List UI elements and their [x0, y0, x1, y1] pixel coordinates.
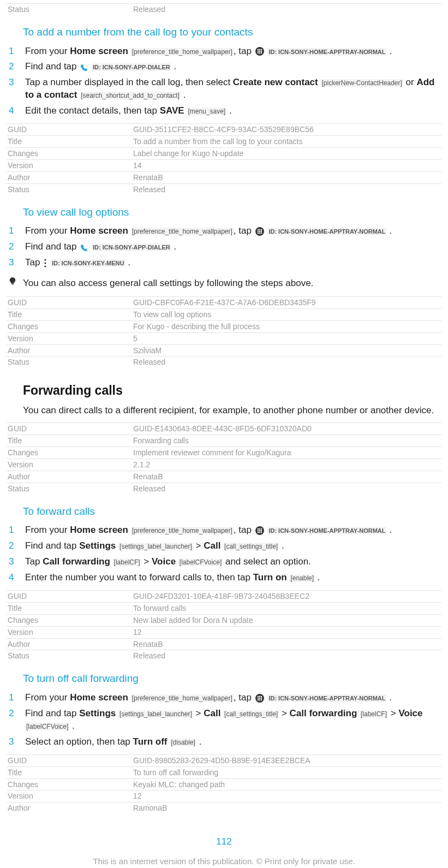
step: 3 Select an option, then tap Turn off [d… [7, 734, 441, 750]
step-body: From your Home screen [preference_title_… [25, 225, 441, 237]
step: 3 Tap a number displayed in the call log… [7, 75, 441, 103]
tip: You can also access general call setting… [7, 277, 441, 290]
lightbulb-icon [9, 277, 16, 285]
step-body: Tap a number displayed in the call log, … [25, 76, 441, 102]
step: 1 From your Home screen [preference_titl… [7, 522, 441, 538]
table-row: ChangesFor Kugo - describing the full pr… [7, 320, 441, 332]
step-number: 3 [7, 76, 25, 89]
step-body: From your Home screen [preference_title_… [25, 45, 441, 58]
step: 2 Find and tap ID: ICN-SONY-APP-DIALER . [7, 239, 441, 255]
step-number: 2 [7, 61, 25, 73]
step: 2 Find and tap ID: ICN-SONY-APP-DIALER . [7, 59, 441, 75]
step-body: Tap Call forwarding [labelCF] > Voice [l… [25, 556, 441, 568]
table-row: Version2.1.2 [7, 459, 441, 471]
tip-body: You can also access general call setting… [23, 277, 441, 290]
footer-note: This is an internet version of this publ… [7, 856, 441, 867]
table-row: GUIDGUID-CBFC0FA6-F21E-437C-A7A6-D6DEBD3… [7, 296, 441, 308]
step: 4 Edit the contact details, then tap SAV… [7, 103, 441, 119]
table-row: GUIDGUID-E1430643-8DEE-443C-8FD5-6DF3103… [7, 423, 441, 435]
table-row: Version12 [7, 626, 441, 638]
apptray-icon [255, 526, 264, 535]
step-number: 2 [7, 708, 25, 720]
table-row: GUIDGUID-3511CFE2-B8CC-4CF9-93AC-53529E8… [7, 124, 441, 136]
table-row: ChangesKeyaki MLC: changed path [7, 778, 441, 790]
step-number: 2 [7, 540, 25, 552]
table-row: AuthorSzilviaM [7, 344, 441, 356]
table-row: TitleTo add a number from the call log t… [7, 136, 441, 148]
table-row: Version12 [7, 790, 441, 802]
meta-table: GUIDGUID-CBFC0FA6-F21E-437C-A7A6-D6DEBD3… [7, 296, 441, 368]
table-row: AuthorRenataB [7, 638, 441, 650]
meta-table: GUIDGUID-89805283-2629-4D50-B89E-914E3EE… [7, 754, 441, 814]
table-row: TitleTo view call log options [7, 308, 441, 320]
table-row: StatusReleased [7, 650, 441, 662]
table-row: StatusReleased [7, 183, 441, 195]
table-row: GUIDGUID-89805283-2629-4D50-B89E-914E3EE… [7, 754, 441, 766]
step-number: 4 [7, 572, 25, 584]
step: 3 Tap Call forwarding [labelCF] > Voice … [7, 554, 441, 570]
step: 2 Find and tap Settings [settings_label_… [7, 538, 441, 554]
step-body: Enter the number you want to forward cal… [25, 572, 441, 584]
table-row: StatusReleased [7, 483, 441, 494]
step-list: 1 From your Home screen [preference_titl… [7, 522, 441, 586]
table-row: Version14 [7, 159, 441, 171]
table-row: TitleTo forward calls [7, 602, 441, 614]
table-row: ChangesImplement reviewer comment for Ku… [7, 447, 441, 459]
step: 3 Tap ID: ICN-SONY-KEY-MENU . [7, 255, 441, 271]
step-number: 1 [7, 45, 25, 58]
step-body: From your Home screen [preference_title_… [25, 524, 441, 537]
table-row: Version5 [7, 332, 441, 344]
step-body: Find and tap Settings [settings_label_la… [25, 708, 441, 733]
menu-dots-icon [44, 259, 47, 267]
apptray-icon [255, 227, 264, 236]
meta-table: GUIDGUID-E1430643-8DEE-443C-8FD5-6DF3103… [7, 423, 441, 494]
procedure-title: To forward calls [23, 504, 441, 519]
section-body: You can direct calls to a different reci… [23, 405, 441, 417]
step-body: Select an option, then tap Turn off [dis… [25, 736, 441, 748]
meta-val: Released [132, 4, 441, 15]
meta-key: Status [7, 4, 132, 15]
meta-table-top: Status Released [7, 3, 441, 15]
step-number: 3 [7, 257, 25, 269]
apptray-icon [255, 47, 264, 56]
table-row: AuthorRenataB [7, 471, 441, 483]
step-number: 3 [7, 736, 25, 748]
step-number: 1 [7, 225, 25, 237]
procedure-title: To turn off call forwarding [23, 671, 441, 686]
step-body: Find and tap ID: ICN-SONY-APP-DIALER . [25, 241, 441, 253]
table-row: GUIDGUID-24FD3201-10EA-418F-9B73-240458B… [7, 591, 441, 603]
dialer-icon [80, 244, 88, 252]
meta-table: GUIDGUID-24FD3201-10EA-418F-9B73-240458B… [7, 590, 441, 662]
section-title: Forwarding calls [23, 382, 441, 399]
dialer-icon [80, 64, 88, 72]
step-list: 1 From your Home screen [preference_titl… [7, 44, 441, 120]
procedure-title: To add a number from the call log to you… [23, 25, 441, 39]
step-list: 1 From your Home screen [preference_titl… [7, 223, 441, 271]
step: 1 From your Home screen [preference_titl… [7, 690, 441, 706]
step-number: 1 [7, 692, 25, 704]
table-row: ChangesLabel change for Kugo N-update [7, 148, 441, 160]
apptray-icon [255, 694, 264, 703]
step-list: 1 From your Home screen [preference_titl… [7, 690, 441, 750]
step-number: 2 [7, 241, 25, 253]
step-number: 1 [7, 524, 25, 537]
table-row: AuthorRamonaB [7, 802, 441, 814]
table-row: ChangesNew label added for Dora N update [7, 614, 441, 626]
table-row: TitleTo turn off call forwarding [7, 766, 441, 778]
table-row: AuthorRenataB [7, 171, 441, 183]
step-number: 4 [7, 105, 25, 117]
step: 4 Enter the number you want to forward c… [7, 570, 441, 586]
step: 2 Find and tap Settings [settings_label_… [7, 706, 441, 734]
step-body: Find and tap Settings [settings_label_la… [25, 540, 441, 552]
step: 1 From your Home screen [preference_titl… [7, 44, 441, 60]
step-number: 3 [7, 556, 25, 568]
procedure-title: To view call log options [23, 205, 441, 219]
step-body: Edit the contact details, then tap SAVE … [25, 105, 441, 117]
document-page: Status Released To add a number from the… [0, 3, 448, 868]
step-body: Tap ID: ICN-SONY-KEY-MENU . [25, 257, 441, 269]
table-row: TitleForwarding calls [7, 435, 441, 447]
page-number: 112 [7, 836, 441, 848]
step: 1 From your Home screen [preference_titl… [7, 223, 441, 239]
table-row: Status Released [7, 4, 441, 15]
step-body: From your Home screen [preference_title_… [25, 692, 441, 704]
